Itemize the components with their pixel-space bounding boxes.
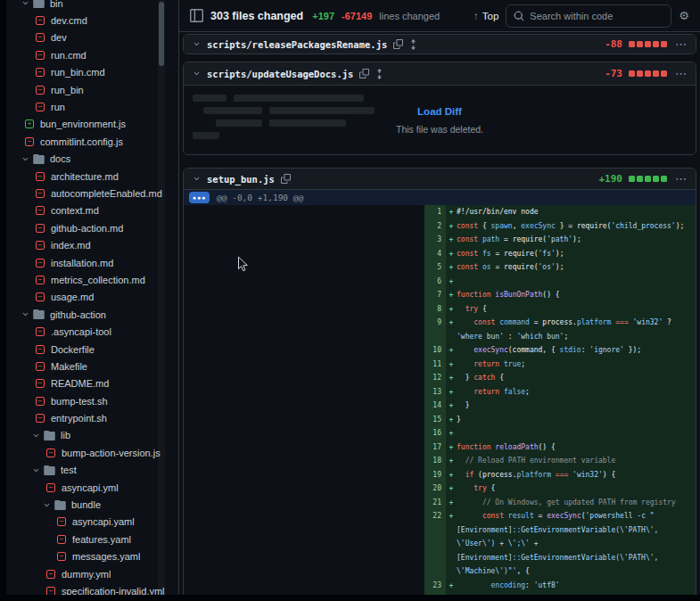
code-text — [457, 426, 696, 440]
chevron-down-icon — [193, 175, 201, 183]
line-number[interactable]: 4 — [424, 247, 446, 261]
window-edge-left — [0, 0, 6, 601]
tree-file-asyncapi.yml[interactable]: −asyncapi.yml — [6, 479, 166, 496]
expand-diff-icon[interactable] — [409, 39, 417, 50]
tree-file-features.yaml[interactable]: −features.yaml — [6, 531, 166, 547]
tree-folder-bundle[interactable]: bundle — [6, 496, 166, 513]
expand-diff-icon[interactable] — [375, 69, 383, 79]
line-number[interactable]: 12 — [424, 371, 446, 385]
tree-file-run_bin.cmd[interactable]: −run_bin.cmd — [6, 64, 166, 81]
line-number[interactable]: 5 — [424, 260, 446, 275]
file-header[interactable]: setup_bun.js +190 ⋯ — [184, 169, 696, 189]
tree-file-dev.cmd[interactable]: −dev.cmd — [6, 12, 166, 29]
tree-item-label: Dockerfile — [51, 344, 95, 355]
hunk-range: @@ -0,0 +1,190 @@ — [217, 193, 303, 202]
line-number[interactable]: 2 — [424, 219, 446, 234]
tree-file-dev[interactable]: −dev — [6, 29, 166, 46]
tree-file-messages.yaml[interactable]: −messages.yaml — [6, 548, 166, 565]
diff-line-1: 1+#!/usr/bin/env node — [424, 205, 696, 219]
expand-hunk-button[interactable]: ●●● — [189, 192, 210, 203]
tree-file-run[interactable]: −run — [6, 98, 166, 115]
code-text: return false; — [457, 385, 696, 399]
tree-folder-github-action[interactable]: github-action — [6, 306, 166, 323]
gear-icon[interactable]: ⚙ — [679, 10, 689, 21]
line-number[interactable]: 7 — [424, 288, 446, 302]
tree-file-installation.md[interactable]: −installation.md — [6, 254, 166, 271]
deleted-file-icon: − — [36, 86, 45, 95]
line-number[interactable]: 15 — [424, 413, 446, 427]
folder-icon — [44, 465, 55, 475]
copy-icon[interactable] — [393, 39, 403, 49]
tree-item-label: entrypoint.sh — [51, 413, 107, 424]
tree-file-autocompleteEnabled.md[interactable]: −autocompleteEnabled.md — [6, 185, 166, 202]
tree-file-index.md[interactable]: −index.md — [6, 236, 166, 253]
file-tree-toggle-button[interactable] — [190, 9, 203, 22]
tree-file-Makefile[interactable]: −Makefile — [6, 358, 166, 375]
deleted-file-icon: − — [36, 224, 45, 233]
line-number[interactable]: 22 — [424, 509, 446, 579]
code-text: const { spawn, execSync } = require('chi… — [457, 219, 696, 234]
search-input[interactable] — [530, 11, 663, 21]
line-number[interactable]: 21 — [424, 496, 446, 510]
sidebar-scrollbar-thumb[interactable] — [159, 2, 164, 66]
sidebar-scrollbar[interactable] — [158, 0, 165, 595]
search-box[interactable] — [506, 4, 671, 28]
tree-file-commitlint.config.js[interactable]: −commitlint.config.js — [6, 133, 166, 150]
addition-sign: + — [446, 468, 457, 482]
kebab-menu-icon[interactable]: ⋯ — [675, 173, 687, 185]
line-number[interactable]: 19 — [424, 468, 446, 482]
line-number[interactable]: 1 — [424, 205, 446, 219]
tree-file-README.md[interactable]: −README.md — [6, 375, 166, 392]
line-number[interactable]: 14 — [424, 399, 446, 413]
diff-line-4: 4+const fs = require('fs'); — [424, 247, 696, 261]
load-diff-button[interactable]: Load Diff — [417, 106, 462, 117]
tree-folder-bin[interactable]: bin — [6, 0, 166, 12]
line-number[interactable]: 11 — [424, 358, 446, 372]
tree-file-run.cmd[interactable]: −run.cmd — [6, 46, 166, 63]
tree-file-Dockerfile[interactable]: −Dockerfile — [6, 341, 166, 358]
tree-file-bun_environment.js[interactable]: +bun_environment.js — [6, 116, 166, 133]
tree-folder-lib[interactable]: lib — [6, 427, 166, 444]
tree-folder-docs[interactable]: docs — [6, 151, 166, 168]
tree-folder-test[interactable]: test — [6, 462, 166, 479]
copy-icon[interactable] — [359, 69, 369, 78]
collapsed-diff-body: Load Diff This file was deleted. — [184, 85, 696, 154]
tree-file-entrypoint.sh[interactable]: −entrypoint.sh — [6, 409, 166, 426]
tree-file-github-action.md[interactable]: −github-action.md — [6, 219, 166, 236]
code-text: if (process.platform === 'win32') { — [457, 468, 696, 482]
tree-file-.asyncapi-tool[interactable]: −.asyncapi-tool — [6, 323, 166, 340]
tree-file-bump-action-version.js[interactable]: −bump-action-version.js — [6, 444, 166, 461]
line-number[interactable]: 6 — [424, 275, 446, 289]
file-header[interactable]: scripts/updateUsageDocs.js -73 ⋯ — [184, 62, 696, 85]
line-number[interactable]: 9 — [424, 316, 446, 343]
line-number[interactable]: 18 — [424, 454, 446, 468]
diff-line-7: 7+function isBunOnPath() { — [424, 288, 696, 302]
line-number[interactable]: 20 — [424, 482, 446, 496]
line-number[interactable]: 13 — [424, 385, 446, 399]
copy-icon[interactable] — [281, 174, 291, 184]
line-number[interactable]: 10 — [424, 343, 446, 358]
line-number[interactable]: 17 — [424, 440, 446, 455]
tree-file-metrics_collection.md[interactable]: −metrics_collection.md — [6, 271, 166, 288]
kebab-menu-icon[interactable]: ⋯ — [675, 68, 687, 79]
deletion-block — [661, 70, 667, 77]
file-header[interactable]: scripts/releasePackagesRename.js -88 ⋯ — [184, 35, 696, 54]
back-to-top-link[interactable]: ↑Top — [474, 11, 498, 21]
tree-item-label: bun_environment.js — [40, 119, 126, 129]
line-number[interactable]: 8 — [424, 302, 446, 317]
line-number[interactable]: 3 — [424, 233, 446, 247]
code-text: } — [457, 399, 696, 413]
kebab-menu-icon[interactable]: ⋯ — [675, 38, 687, 50]
tree-file-dummy.yml[interactable]: −dummy.yml — [6, 565, 166, 582]
window-edge-bottom — [0, 595, 700, 601]
added-file-icon: + — [25, 119, 34, 128]
tree-file-context.md[interactable]: −context.md — [6, 202, 166, 219]
tree-file-usage.md[interactable]: −usage.md — [6, 289, 166, 306]
line-number[interactable]: 23 — [424, 579, 446, 593]
tree-item-label: lib — [61, 430, 70, 440]
tree-file-architecture.md[interactable]: −architecture.md — [6, 168, 166, 185]
tree-file-bump-test.sh[interactable]: −bump-test.sh — [6, 392, 166, 409]
tree-file-run_bin[interactable]: −run_bin — [6, 81, 166, 98]
tree-file-asyncapi.yaml[interactable]: −asyncapi.yaml — [6, 514, 166, 531]
line-number[interactable]: 16 — [424, 426, 446, 440]
